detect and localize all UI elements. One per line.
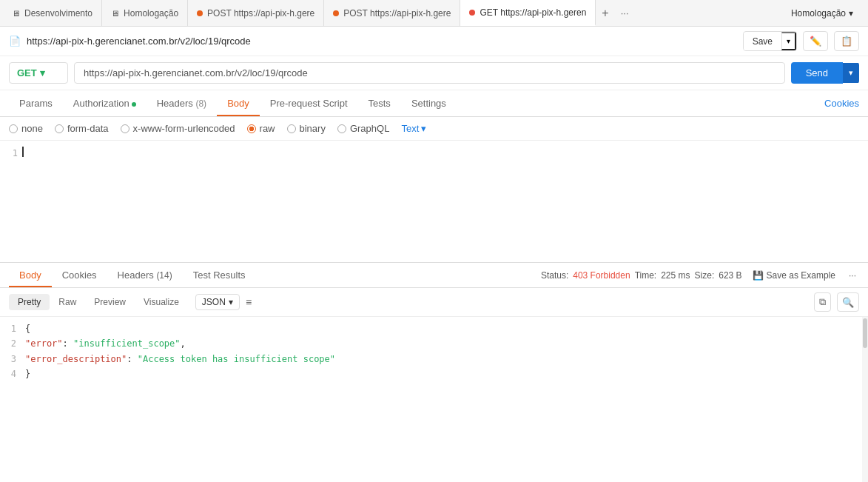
format-tab-preview[interactable]: Preview — [85, 294, 135, 310]
option-raw[interactable]: raw — [247, 123, 275, 134]
send-button[interactable]: Send ▾ — [791, 62, 859, 84]
line-numbers: 1 — [0, 141, 22, 262]
radio-binary[interactable] — [287, 124, 296, 133]
save-dropdown-button[interactable]: ▾ — [781, 32, 796, 50]
response-tab-headers[interactable]: Headers (14) — [107, 263, 183, 287]
tab-label: POST https://api-pix-h.gere — [343, 8, 451, 19]
chevron-down-icon: ▾ — [849, 8, 853, 19]
body-options: none form-data x-www-form-urlencoded raw… — [0, 117, 868, 141]
radio-graphql[interactable] — [337, 124, 346, 133]
save-button[interactable]: Save ▾ — [743, 31, 797, 51]
editor-content[interactable] — [22, 141, 868, 262]
tab-settings-label: Settings — [411, 98, 446, 109]
screen-icon: 🖥 — [12, 9, 20, 18]
scrollbar-thumb[interactable] — [863, 318, 867, 348]
response-tabs-bar: Body Cookies Headers (14) Test Results S… — [0, 263, 868, 288]
cursor-line — [22, 147, 868, 157]
response-meta: Status: 403 Forbidden Time: 225 ms Size:… — [541, 270, 859, 281]
option-form-data-label: form-data — [67, 123, 109, 134]
text-format-label: Text — [401, 123, 419, 134]
env-label: Homologação — [791, 8, 846, 19]
chevron-down-icon: ▾ — [229, 297, 233, 307]
option-binary-label: binary — [300, 123, 326, 134]
headers-count: (8) — [195, 98, 206, 109]
response-section: Body Cookies Headers (14) Test Results S… — [0, 263, 868, 482]
radio-form-data[interactable] — [55, 124, 64, 133]
tab-add-button[interactable]: + — [596, 7, 614, 20]
option-none[interactable]: none — [9, 123, 43, 134]
request-body-editor[interactable]: 1 — [0, 141, 868, 263]
format-tab-raw[interactable]: Raw — [50, 294, 85, 310]
tab-more-button[interactable]: ··· — [615, 7, 635, 19]
option-form-data[interactable]: form-data — [55, 123, 109, 134]
tab-authorization[interactable]: Authorization — [63, 90, 147, 116]
tab-post-1[interactable]: POST https://api-pix-h.gere — [188, 0, 324, 26]
response-tab-test-results[interactable]: Test Results — [183, 263, 256, 287]
vertical-scrollbar[interactable] — [862, 317, 868, 482]
edit-icon-button[interactable]: ✏️ — [803, 31, 828, 51]
status-label: Status: — [541, 270, 568, 281]
size-label: Size: — [695, 270, 715, 281]
option-x-www[interactable]: x-www-form-urlencoded — [121, 123, 235, 134]
url-input[interactable] — [74, 62, 785, 84]
copy-response-button[interactable]: ⧉ — [814, 292, 831, 312]
format-type-selector[interactable]: JSON ▾ — [195, 294, 240, 310]
environment-selector[interactable]: Homologação ▾ — [779, 8, 865, 19]
search-response-button[interactable]: 🔍 — [837, 292, 859, 312]
save-button-main[interactable]: Save — [744, 33, 781, 50]
screen-icon: 🖥 — [111, 9, 119, 18]
option-graphql[interactable]: GraphQL — [337, 123, 389, 134]
tab-prerequest[interactable]: Pre-request Script — [260, 90, 358, 116]
method-selector[interactable]: GET ▾ — [9, 62, 68, 84]
tab-headers[interactable]: Headers (8) — [147, 90, 217, 116]
tab-tests[interactable]: Tests — [358, 90, 401, 116]
tab-body-label: Body — [227, 98, 249, 109]
tab-homologacao[interactable]: 🖥 Homologação — [102, 0, 188, 26]
tab-get-1[interactable]: GET https://api-pix-h.geren — [460, 0, 596, 26]
tab-desenvolvimento[interactable]: 🖥 Desenvolvimento — [3, 0, 102, 26]
format-tab-pretty[interactable]: Pretty — [9, 294, 50, 310]
option-none-label: none — [21, 123, 43, 134]
response-more-button[interactable]: ··· — [846, 270, 859, 281]
radio-raw[interactable] — [247, 124, 256, 133]
request-title: https://api-pix-h.gerencianet.com.br/v2/… — [27, 36, 737, 47]
tab-prerequest-label: Pre-request Script — [270, 98, 348, 109]
red-dot — [469, 10, 475, 16]
tab-body[interactable]: Body — [217, 90, 260, 116]
tab-post-2[interactable]: POST https://api-pix-h.gere — [324, 0, 460, 26]
document-icon-button[interactable]: 📋 — [834, 31, 859, 51]
radio-x-www[interactable] — [121, 124, 129, 133]
chevron-down-icon: ▾ — [40, 67, 45, 78]
tab-settings[interactable]: Settings — [401, 90, 457, 116]
cookies-link[interactable]: Cookies — [824, 98, 859, 109]
wrap-lines-icon[interactable]: ≡ — [246, 296, 252, 308]
option-x-www-label: x-www-form-urlencoded — [133, 123, 235, 134]
json-content: { "error": "insufficient_scope", "error_… — [22, 317, 868, 482]
send-dropdown-button[interactable]: ▾ — [843, 63, 859, 83]
radio-none[interactable] — [9, 124, 18, 133]
option-binary[interactable]: binary — [287, 123, 326, 134]
format-tab-visualize[interactable]: Visualize — [135, 294, 188, 310]
address-bar: 📄 https://api-pix-h.gerencianet.com.br/v… — [0, 27, 868, 56]
send-button-main[interactable]: Send — [791, 62, 843, 84]
response-json: 1 2 3 4 { "error": "insufficient_scope",… — [0, 317, 868, 482]
response-tab-cookies[interactable]: Cookies — [52, 263, 107, 287]
tab-params[interactable]: Params — [9, 90, 63, 116]
json-line-1: { — [25, 321, 865, 336]
headers-response-count: (14) — [156, 270, 172, 281]
tab-params-label: Params — [19, 98, 53, 109]
format-type-label: JSON — [202, 297, 226, 307]
json-line-numbers: 1 2 3 4 — [0, 317, 22, 482]
time-label: Time: — [635, 270, 657, 281]
json-line-4: } — [25, 366, 865, 381]
address-actions: Save ▾ ✏️ 📋 — [743, 31, 859, 51]
request-nav-tabs: Params Authorization Headers (8) Body Pr… — [0, 90, 868, 117]
save-icon: 💾 — [753, 270, 764, 281]
response-tab-headers-label: Headers — [118, 270, 154, 281]
tab-bar: 🖥 Desenvolvimento 🖥 Homologação POST htt… — [0, 0, 868, 27]
tab-headers-label: Headers — [157, 98, 193, 109]
request-bar: GET ▾ Send ▾ — [0, 56, 868, 90]
response-tab-body[interactable]: Body — [9, 263, 52, 287]
text-format-selector[interactable]: Text ▾ — [401, 123, 426, 134]
save-example-button[interactable]: 💾 Save as Example — [747, 270, 841, 281]
